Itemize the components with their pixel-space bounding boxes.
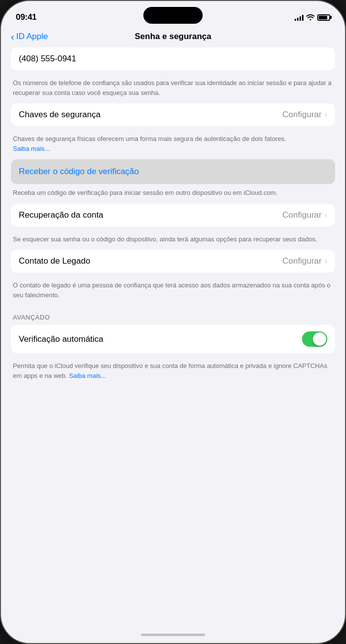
back-label: ID Apple <box>16 32 48 42</box>
account-recovery-card: Recuperação da conta Configurar › <box>11 204 335 227</box>
account-recovery-right: Configurar › <box>282 210 327 220</box>
signal-icon <box>295 14 303 21</box>
settings-content: (408) 555-0941 Os números de telefone de… <box>1 47 345 626</box>
legacy-contact-description: O contato de legado é uma pessoa de conf… <box>11 276 335 306</box>
security-keys-card: Chaves de segurança Configurar › <box>11 103 335 126</box>
page-title: Senha e segurança <box>135 32 212 42</box>
nav-header: ‹ ID Apple Senha e segurança <box>1 28 345 47</box>
account-recovery-description: Se esquecer sua senha ou o código do dis… <box>11 230 335 250</box>
status-time: 09:41 <box>16 12 37 22</box>
dynamic-island <box>143 7 203 24</box>
security-keys-label: Chaves de segurança <box>19 110 100 120</box>
verification-code-label: Receber o código de verificação <box>19 167 139 176</box>
auto-verify-card: Verificação automática <box>11 325 335 353</box>
chevron-right-icon-2: › <box>325 211 327 220</box>
verification-code-card[interactable]: Receber o código de verificação <box>11 159 335 184</box>
auto-verify-toggle[interactable] <box>302 331 327 347</box>
toggle-thumb <box>313 332 326 346</box>
phone-number-card: (408) 555-0941 <box>11 47 335 70</box>
wifi-icon <box>306 13 314 22</box>
security-keys-description: Chaves de segurança físicas oferecem uma… <box>11 130 335 159</box>
chevron-right-icon: › <box>325 110 327 119</box>
advanced-section-label: AVANÇADO <box>11 306 335 325</box>
account-recovery-action: Configurar <box>282 210 321 220</box>
security-keys-link[interactable]: Saiba mais... <box>13 145 50 152</box>
home-bar <box>141 634 205 636</box>
chevron-right-icon-3: › <box>325 257 327 266</box>
legacy-contact-action: Configurar <box>282 256 321 266</box>
security-keys-row[interactable]: Chaves de segurança Configurar › <box>11 103 335 126</box>
account-recovery-row[interactable]: Recuperação da conta Configurar › <box>11 204 335 227</box>
back-chevron-icon: ‹ <box>11 32 14 42</box>
legacy-contact-row[interactable]: Contato de Legado Configurar › <box>11 250 335 273</box>
legacy-contact-label: Contato de Legado <box>19 256 90 266</box>
auto-verify-description: Permita que o iCloud verifique seu dispo… <box>11 357 335 386</box>
status-bar: 09:41 <box>1 1 345 28</box>
auto-verify-label: Verificação automática <box>19 334 103 344</box>
status-icons <box>295 13 330 22</box>
security-keys-right: Configurar › <box>282 110 327 120</box>
auto-verify-row: Verificação automática <box>11 325 335 353</box>
auto-verify-link[interactable]: Saiba mais... <box>69 372 106 379</box>
back-button[interactable]: ‹ ID Apple <box>11 32 48 42</box>
legacy-contact-card: Contato de Legado Configurar › <box>11 250 335 273</box>
security-keys-action: Configurar <box>282 110 321 120</box>
verification-code-description: Receba um código de verificação para ini… <box>11 184 335 204</box>
home-indicator <box>1 626 345 643</box>
phone-number-value: (408) 555-0941 <box>19 54 76 64</box>
phone-number-row: (408) 555-0941 <box>11 47 335 70</box>
phone-description: Os números de telefone de confiança são … <box>11 74 335 103</box>
legacy-contact-right: Configurar › <box>282 256 327 266</box>
account-recovery-label: Recuperação da conta <box>19 210 103 220</box>
battery-icon <box>317 14 330 21</box>
